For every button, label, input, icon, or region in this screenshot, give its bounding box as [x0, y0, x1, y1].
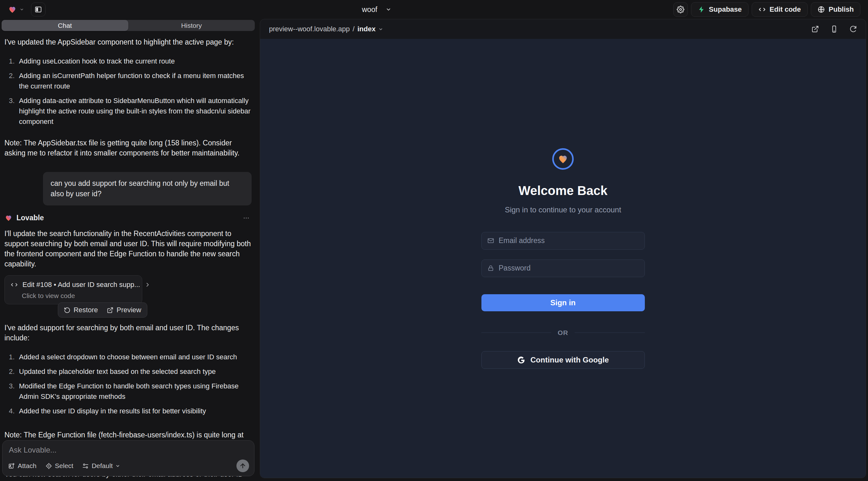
password-field-wrap [482, 259, 645, 277]
top-bar: woof Supabase Edit code Publish [0, 0, 868, 19]
list-item: Modified the Edge Function to handle bot… [19, 381, 252, 402]
preview-url-selector[interactable]: preview--woof.lovable.app / index [269, 25, 383, 33]
lovable-logo-menu[interactable] [8, 5, 24, 14]
restore-icon [64, 307, 70, 314]
preview-header: preview--woof.lovable.app / index [260, 19, 866, 39]
edit-card-title: Edit #108 • Add user ID search supp... [23, 281, 140, 289]
preview-viewport: Welcome Back Sign in to continue to your… [260, 39, 866, 478]
or-divider: OR [482, 329, 645, 336]
email-field[interactable] [499, 236, 639, 245]
send-button[interactable] [237, 459, 249, 472]
code-icon [758, 6, 766, 13]
mode-selector[interactable]: Default [82, 462, 120, 470]
login-form [482, 232, 645, 277]
url-separator: / [353, 25, 355, 33]
assistant-header: Lovable [4, 214, 252, 222]
chevron-down-icon [385, 7, 391, 12]
list-item: Updated the placeholder text based on th… [19, 366, 252, 377]
composer: Attach Select Default [2, 440, 254, 476]
page-title: Welcome Back [518, 184, 608, 198]
email-field-wrap [482, 232, 645, 250]
edit-card-subtitle: Click to view code [10, 292, 136, 299]
chevron-down-icon [20, 7, 24, 12]
tab-history[interactable]: History [128, 20, 255, 31]
sign-in-button[interactable]: Sign in [482, 294, 645, 311]
assistant-paragraph: I'll update the search functionality in … [4, 228, 252, 269]
chat-input[interactable] [9, 446, 248, 454]
edit-version-card[interactable]: Edit #108 • Add user ID search supp... C… [4, 275, 142, 304]
lovable-heart-icon [4, 214, 13, 222]
attach-button[interactable]: Attach [8, 462, 37, 470]
lock-icon [487, 264, 494, 272]
assistant-paragraph: I've updated the AppSidebar component to… [4, 37, 252, 47]
panel-left-icon [34, 6, 42, 13]
tab-chat[interactable]: Chat [2, 20, 128, 31]
sliders-icon [82, 463, 89, 469]
password-field[interactable] [499, 264, 639, 272]
arrow-up-icon [239, 462, 246, 469]
image-plus-icon [8, 463, 15, 469]
chat-messages: I've updated the AppSidebar component to… [0, 31, 257, 481]
edit-code-button[interactable]: Edit code [752, 2, 808, 17]
code-icon [10, 281, 18, 289]
open-in-new-tab-icon[interactable] [811, 25, 819, 33]
list-item: Added a select dropdown to choose betwee… [19, 352, 252, 362]
chevron-down-icon [115, 463, 120, 468]
supabase-label: Supabase [709, 5, 742, 13]
select-element-button[interactable]: Select [45, 462, 73, 470]
supabase-icon [698, 6, 705, 13]
preview-url: preview--woof.lovable.app [269, 25, 350, 33]
assistant-list: Adding useLocation hook to track the cur… [4, 56, 252, 131]
edit-card-wrap: Edit #108 • Add user ID search supp... C… [4, 275, 142, 304]
preview-pane: preview--woof.lovable.app / index [260, 19, 866, 478]
preview-version-button[interactable]: Preview [107, 306, 141, 314]
list-item: Adding data-active attribute to SidebarM… [19, 95, 252, 127]
list-item: Added the user ID display in the results… [19, 406, 252, 416]
mail-icon [487, 237, 494, 244]
lovable-heart-icon [8, 5, 17, 14]
assistant-paragraph: I've added support for searching by both… [4, 323, 252, 343]
chat-panel: Chat History I've updated the AppSidebar… [0, 19, 257, 481]
google-icon [517, 356, 525, 364]
user-message-bubble: can you add support for searching not on… [43, 172, 252, 205]
project-selector[interactable]: woof [362, 0, 391, 19]
globe-icon [817, 6, 825, 13]
more-options-icon[interactable] [241, 215, 252, 222]
page-subtitle: Sign in to continue to your account [505, 205, 621, 214]
toggle-sidebar-button[interactable] [31, 3, 45, 17]
publish-button[interactable]: Publish [811, 2, 860, 17]
gear-icon [677, 6, 684, 13]
version-toolbar: Restore Preview [58, 302, 147, 318]
restore-button[interactable]: Restore [64, 306, 98, 314]
supabase-button[interactable]: Supabase [691, 2, 748, 17]
chevron-right-icon [145, 282, 151, 288]
assistant-list: Added a select dropdown to choose betwee… [4, 352, 252, 420]
chevron-down-icon [378, 27, 383, 32]
refresh-icon[interactable] [849, 25, 857, 33]
project-name: woof [362, 5, 377, 14]
or-label: OR [558, 329, 568, 336]
mobile-view-icon[interactable] [830, 25, 838, 33]
continue-with-google-button[interactable]: Continue with Google [482, 351, 645, 369]
settings-button[interactable] [673, 2, 688, 17]
login-card: Welcome Back Sign in to continue to your… [481, 148, 645, 369]
app-logo [552, 148, 574, 170]
publish-label: Publish [829, 5, 854, 13]
list-item: Adding useLocation hook to track the cur… [19, 56, 252, 66]
list-item: Adding an isCurrentPath helper function … [19, 70, 252, 91]
assistant-name: Lovable [17, 214, 44, 222]
assistant-note: Note: The AppSidebar.tsx file is getting… [4, 138, 252, 158]
edit-code-label: Edit code [770, 5, 801, 13]
external-link-icon [107, 307, 114, 314]
preview-path: index [358, 25, 375, 33]
target-icon [45, 463, 52, 469]
chat-history-tabs: Chat History [2, 20, 255, 31]
